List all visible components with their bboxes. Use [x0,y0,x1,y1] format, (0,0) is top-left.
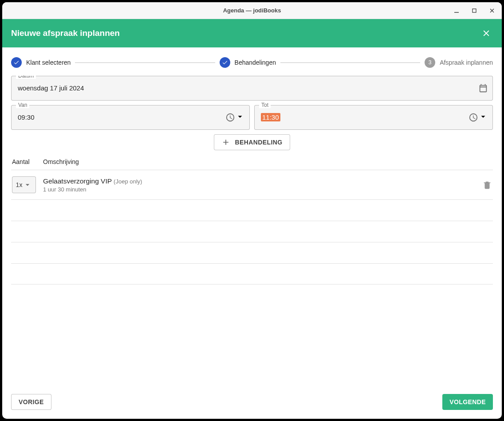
window-maximize-button[interactable] [467,4,481,17]
button-label: VOLGENDE [449,398,486,405]
step-afspraak-inplannen[interactable]: 3 Afspraak inplannen [425,57,493,68]
button-label: VORIGE [19,398,44,405]
dialog-body: Datum woensdag 17 juli 2024 Van 09:30 [2,76,502,388]
treatment-description: Gelaatsverzorging VIP (Joep only) 1 uur … [43,177,482,193]
treatment-duration: 1 uur 30 minuten [43,186,482,193]
empty-row [11,199,493,221]
treatment-table-header: Aantal Omschrijving [11,158,493,170]
field-value: 11:30 [261,113,469,121]
date-field[interactable]: Datum woensdag 17 juli 2024 [11,76,493,101]
minimize-icon [453,8,460,14]
treatment-row: 1x Gelaatsverzorging VIP (Joep only) 1 u… [11,170,493,199]
empty-row [11,242,493,263]
close-icon [489,8,495,14]
window-close-button[interactable] [485,4,499,17]
treatment-name: Gelaatsverzorging VIP [43,177,112,185]
time-from-field[interactable]: Van 09:30 [11,105,250,130]
window-title: Agenda — jodiBooks [223,7,281,14]
clock-icon [225,113,235,122]
empty-row [11,263,493,285]
quantity-select[interactable]: 1x [12,176,36,193]
dialog-header: Nieuwe afspraak inplannen [2,19,502,47]
window-controls [449,2,499,19]
trash-icon [482,180,492,190]
step-behandelingen[interactable]: Behandelingen [220,57,276,68]
step-klant-selecteren[interactable]: Klant selecteren [11,57,71,68]
step-label: Klant selecteren [26,59,71,66]
step-number-icon: 3 [425,57,435,68]
chevron-down-icon [478,112,488,123]
wizard-stepper: Klant selecteren Behandelingen 3 Afspraa… [2,47,502,76]
add-treatment-button[interactable]: BEHANDELING [214,134,290,150]
step-label: Afspraak inplannen [440,59,493,66]
clock-icon [469,113,478,122]
field-label: Van [16,102,29,108]
column-header-description: Omschrijving [43,158,79,165]
check-icon [220,57,230,68]
field-label: Datum [16,76,36,79]
next-button[interactable]: VOLGENDE [442,394,493,410]
button-label: BEHANDELING [235,139,282,146]
window-minimize-button[interactable] [449,4,464,17]
treatment-note: (Joep only) [114,178,142,185]
field-value: 09:30 [18,113,225,121]
dialog-title: Nieuwe afspraak inplannen [11,28,120,38]
dialog-close-button[interactable] [481,28,491,38]
dialog-footer: VORIGE VOLGENDE [2,388,502,419]
close-icon [481,28,491,38]
svg-rect-1 [472,9,476,12]
chevron-down-icon [235,112,245,123]
delete-treatment-button[interactable] [482,180,492,190]
step-connector [75,62,215,63]
chevron-down-icon [23,180,32,189]
window-titlebar: Agenda — jodiBooks [2,2,502,19]
empty-row [11,221,493,242]
field-value: woensdag 17 juli 2024 [18,84,478,92]
field-label: Tot [259,102,271,108]
previous-button[interactable]: VORIGE [11,394,51,410]
column-header-quantity: Aantal [12,158,43,165]
check-icon [11,57,22,68]
time-to-field[interactable]: Tot 11:30 [254,105,493,130]
step-label: Behandelingen [235,59,276,66]
quantity-value: 1x [16,181,23,188]
plus-icon [221,138,230,147]
step-connector [280,62,420,63]
calendar-icon [478,83,488,93]
maximize-icon [471,8,477,14]
app-window: Agenda — jodiBooks Nieuwe afspraak inpla… [2,2,502,419]
